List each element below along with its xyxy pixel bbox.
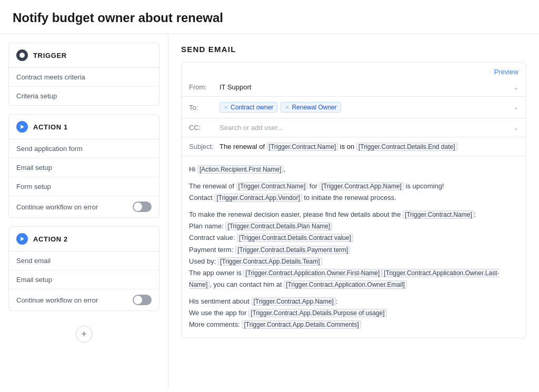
var-team: [Trigger.Contract.App.Details.Team] xyxy=(218,257,322,266)
action1-icon xyxy=(16,121,28,133)
var-contract-name-2: [Trigger.Contract.Name] xyxy=(236,182,308,190)
action1-toggle-row: Continue workflow on error xyxy=(9,196,159,217)
subject-label: Subject: xyxy=(189,143,215,150)
trigger-title: TRIGGER xyxy=(33,52,67,59)
var-end-date: [Trigger.Contract.Details.End date] xyxy=(356,143,457,151)
sidebar-item-contract-meets-criteria[interactable]: Contract meets criteria xyxy=(9,68,159,87)
var-app-name-2: [Trigger.Contract.App.Name] xyxy=(252,297,336,306)
action1-toggle-label: Continue workflow on error xyxy=(16,203,98,211)
preview-button[interactable]: Preview xyxy=(182,63,526,78)
to-chevron-icon: ⌄ xyxy=(513,104,518,111)
trigger-section: TRIGGER Contract meets criteria Criteria… xyxy=(8,43,159,106)
sidebar-item-email-setup-1[interactable]: Email setup xyxy=(9,158,159,177)
body-sentiment: His sentiment about [Trigger.Contract.Ap… xyxy=(189,296,518,330)
add-button-container: + xyxy=(8,319,159,349)
action1-toggle[interactable] xyxy=(133,202,152,212)
var-contract-name-3: [Trigger.Contract.Name] xyxy=(403,210,474,219)
send-email-title: SEND EMAIL xyxy=(181,45,526,54)
var-owner-first-name: [Trigger.Contract.Application.Owner.Firs… xyxy=(243,269,382,277)
body-renewal-notice: The renewal of [Trigger.Contract.Name] f… xyxy=(189,180,518,204)
action2-section: ACTION 2 Send email Email setup Continue… xyxy=(8,226,159,311)
var-purpose: [Trigger.Contract.App.Details.Purpose of… xyxy=(248,309,386,317)
action1-header[interactable]: ACTION 1 xyxy=(9,115,159,139)
cc-input[interactable]: Search or add user... xyxy=(219,124,283,132)
cc-field[interactable]: CC: Search or add user... ⌄ xyxy=(182,118,526,137)
cc-chevron-icon: ⌄ xyxy=(513,124,518,132)
tag-renewal-owner-remove[interactable]: ✕ xyxy=(285,104,290,111)
sidebar-item-email-setup-2[interactable]: Email setup xyxy=(9,270,159,289)
from-chevron-icon: ⌄ xyxy=(513,84,518,91)
var-app-name: [Trigger.Contract.App.Name] xyxy=(320,182,404,190)
from-value: IT Support xyxy=(219,83,509,91)
var-vendor: [Trigger.Contract.App.Vendor] xyxy=(214,194,302,202)
email-card: Preview From: IT Support ⌄ To: ✕ Contrac… xyxy=(181,62,526,338)
svg-marker-2 xyxy=(21,237,24,241)
to-label: To: xyxy=(189,104,215,112)
to-tags-container: ✕ Contract owner ✕ Renewal Owner xyxy=(219,102,509,113)
right-content: SEND EMAIL Preview From: IT Support ⌄ To… xyxy=(168,34,539,388)
var-contract-value: [Trigger.Contract.Details.Contract value… xyxy=(237,234,353,242)
tag-contract-owner-remove[interactable]: ✕ xyxy=(224,104,228,111)
action2-toggle[interactable] xyxy=(133,295,152,305)
cc-label: CC: xyxy=(189,124,215,132)
sidebar-item-criteria-setup[interactable]: Criteria setup xyxy=(9,87,159,105)
action2-icon xyxy=(16,233,28,245)
var-owner-email: [Trigger.Contract.Application.Owner.Emai… xyxy=(284,280,407,289)
subject-field: Subject: The renewal of [Trigger.Contrac… xyxy=(182,137,526,156)
action2-toggle-row: Continue workflow on error xyxy=(9,289,159,310)
action2-title: ACTION 2 xyxy=(33,235,68,243)
trigger-icon xyxy=(16,49,28,61)
sidebar-item-send-application-form[interactable]: Send application form xyxy=(9,139,159,158)
action1-section: ACTION 1 Send application form Email set… xyxy=(8,114,159,218)
action2-toggle-label: Continue workflow on error xyxy=(16,296,98,304)
trigger-header[interactable]: TRIGGER xyxy=(9,43,159,68)
var-recipient-first-name: [Action.Recipient.First Name] xyxy=(197,165,283,174)
svg-point-0 xyxy=(19,53,25,58)
var-contract-name: [Trigger.Contract.Name] xyxy=(267,143,338,151)
var-plan-name: [Trigger.Contract.Details.Plan Name] xyxy=(225,222,332,230)
body-details: To make the renewal decision easier, ple… xyxy=(189,209,518,290)
to-field[interactable]: To: ✕ Contract owner ✕ Renewal Owner ⌄ xyxy=(182,97,526,118)
body-greeting: Hi [Action.Recipient.First Name], xyxy=(189,164,518,175)
var-payment-term: [Trigger.Contract.Details.Payment term] xyxy=(235,246,350,254)
from-field[interactable]: From: IT Support ⌄ xyxy=(182,78,526,97)
tag-renewal-owner[interactable]: ✕ Renewal Owner xyxy=(281,102,341,113)
add-action-button[interactable]: + xyxy=(76,326,93,343)
from-label: From: xyxy=(189,83,215,91)
sidebar-item-send-email[interactable]: Send email xyxy=(9,252,159,270)
svg-marker-1 xyxy=(21,125,24,129)
email-body: Hi [Action.Recipient.First Name], The re… xyxy=(182,156,526,338)
page-title: Notify budget owner about renewal xyxy=(0,0,539,34)
action1-title: ACTION 1 xyxy=(33,123,68,131)
tag-renewal-owner-label: Renewal Owner xyxy=(292,104,336,111)
tag-contract-owner-label: Contract owner xyxy=(231,104,273,111)
sidebar-item-form-setup[interactable]: Form setup xyxy=(9,177,159,196)
var-comments: [Trigger.Contract.App.Details.Comments] xyxy=(242,320,361,329)
subject-value: The renewal of [Trigger.Contract.Name] i… xyxy=(219,143,457,150)
action2-header[interactable]: ACTION 2 xyxy=(9,227,159,252)
sidebar: TRIGGER Contract meets criteria Criteria… xyxy=(0,34,168,388)
tag-contract-owner[interactable]: ✕ Contract owner xyxy=(219,102,277,113)
